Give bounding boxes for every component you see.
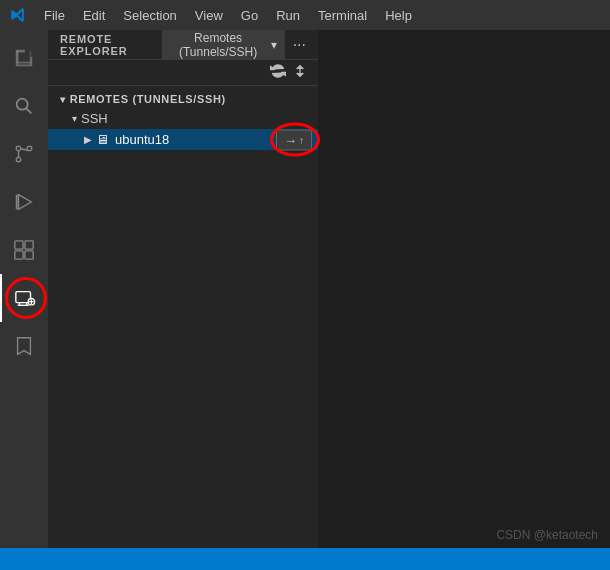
activity-item-remote-explorer[interactable] [0, 274, 48, 322]
editor-area [318, 30, 610, 548]
ubuntu18-chevron: ▶ [84, 134, 92, 145]
remotes-dropdown[interactable]: Remotes (Tunnels/SSH) ▾ [162, 30, 285, 62]
main-area: REMOTE EXPLORER Remotes (Tunnels/SSH) ▾ … [0, 30, 610, 548]
activity-item-source-control[interactable] [0, 130, 48, 178]
activity-item-bookmarks[interactable] [0, 322, 48, 370]
menu-edit[interactable]: Edit [75, 2, 113, 28]
sidebar-top-actions: Remotes (Tunnels/SSH) ▾ ··· [162, 30, 310, 62]
svg-line-5 [26, 108, 31, 113]
menu-go[interactable]: Go [233, 2, 266, 28]
svg-point-7 [16, 157, 21, 162]
vscode-logo [8, 5, 28, 25]
tree-item-ssh[interactable]: ▾ SSH [48, 108, 318, 129]
svg-rect-1 [17, 51, 19, 64]
tree-header-remotes[interactable]: ▾ REMOTES (TUNNELS/SSH) [48, 90, 318, 108]
svg-marker-9 [19, 195, 32, 210]
svg-rect-11 [15, 241, 23, 249]
tree-subitem-ubuntu18[interactable]: ▶ 🖥 ubuntu18 →↑ [48, 129, 318, 150]
dropdown-label: Remotes (Tunnels/SSH) [170, 31, 267, 59]
menu-run[interactable]: Run [268, 2, 308, 28]
more-actions-button[interactable]: ··· [289, 36, 310, 54]
menu-terminal[interactable]: Terminal [310, 2, 375, 28]
menu-selection[interactable]: Selection [115, 2, 184, 28]
activity-item-run-debug[interactable] [0, 178, 48, 226]
menu-file[interactable]: File [36, 2, 73, 28]
remotes-chevron: ▾ [60, 94, 66, 105]
sidebar-panel-title: REMOTE EXPLORER [60, 33, 162, 57]
svg-point-6 [16, 146, 21, 151]
activity-bar [0, 30, 48, 548]
svg-point-4 [17, 99, 28, 110]
remotes-label: REMOTES (TUNNELS/SSH) [70, 93, 226, 105]
arrow-right-icon: → [284, 132, 297, 147]
status-bar [0, 548, 610, 570]
svg-rect-14 [25, 251, 33, 259]
collapse-all-button[interactable] [294, 63, 310, 82]
menu-help[interactable]: Help [377, 2, 420, 28]
ssh-chevron: ▾ [72, 113, 77, 124]
sidebar: REMOTE EXPLORER Remotes (Tunnels/SSH) ▾ … [48, 30, 318, 548]
activity-item-extensions[interactable] [0, 226, 48, 274]
svg-rect-3 [30, 51, 32, 64]
menubar: File Edit Selection View Go Run Terminal… [0, 0, 610, 30]
svg-rect-13 [15, 251, 23, 259]
svg-rect-12 [25, 241, 33, 249]
sidebar-top-bar: REMOTE EXPLORER Remotes (Tunnels/SSH) ▾ … [48, 30, 318, 60]
activity-item-explorer[interactable] [0, 34, 48, 82]
chevron-down-icon: ▾ [271, 38, 277, 52]
ssh-label: SSH [81, 111, 108, 126]
arrow-up-icon: ↑ [299, 134, 304, 145]
monitor-icon: 🖥 [96, 132, 109, 147]
menu-view[interactable]: View [187, 2, 231, 28]
tree-section-remotes: ▾ REMOTES (TUNNELS/SSH) ▾ SSH ▶ 🖥 ubuntu… [48, 86, 318, 154]
activity-item-search[interactable] [0, 82, 48, 130]
svg-rect-2 [17, 62, 32, 64]
svg-point-8 [27, 146, 32, 151]
refresh-button[interactable] [270, 63, 286, 82]
connect-new-window-button[interactable]: →↑ [276, 129, 312, 150]
ubuntu18-label: ubuntu18 [115, 132, 169, 147]
